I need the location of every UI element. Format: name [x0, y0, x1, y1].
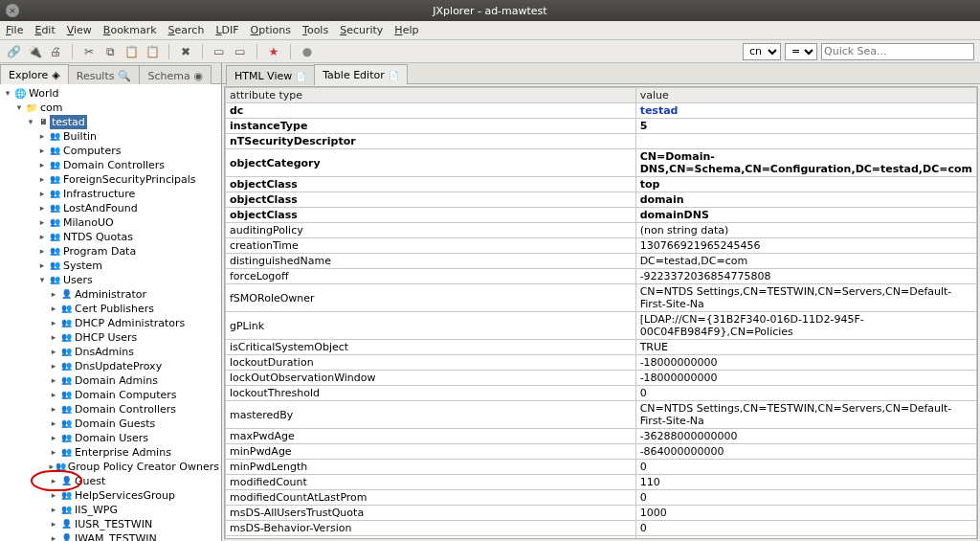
tab-results[interactable]: Results🔍: [68, 65, 141, 85]
tree-node[interactable]: ▸DnsUpdateProxy: [0, 359, 221, 373]
value-cell[interactable]: (non string data): [635, 223, 976, 238]
attr-cell[interactable]: creationTime: [226, 238, 636, 254]
attr-cell[interactable]: modifiedCountAtLastProm: [226, 490, 636, 506]
expand-handle[interactable]: ▸: [48, 417, 59, 431]
tree-node[interactable]: ▸System: [0, 259, 221, 273]
expand-handle[interactable]: ▸: [48, 402, 59, 417]
tree-node[interactable]: ▸Guest: [0, 474, 221, 488]
delete-icon[interactable]: ✖: [178, 44, 193, 59]
attr-cell[interactable]: msDS-AllUsersTrustQuota: [226, 506, 636, 521]
menu-options[interactable]: Options: [251, 24, 291, 36]
directory-tree[interactable]: ▾World▾com▾testad▸Builtin▸Computers▸Doma…: [0, 84, 221, 541]
quick-search-input[interactable]: [821, 43, 974, 60]
expand-handle[interactable]: ▸: [48, 373, 59, 388]
attr-cell[interactable]: maxPwdAge: [226, 429, 636, 444]
expand-handle[interactable]: ▸: [48, 503, 59, 517]
table-row[interactable]: isCriticalSystemObjectTRUE: [226, 340, 977, 355]
table-row[interactable]: gPLink[LDAP://CN={31B2F340-016D-11D2-945…: [226, 312, 977, 340]
value-cell[interactable]: 130766921965245456: [635, 238, 976, 254]
table-row[interactable]: ms-DS-MachineAccountQuota10: [226, 536, 977, 540]
attr-cell[interactable]: minPwdLength: [226, 460, 636, 475]
table-row[interactable]: modifiedCount110: [226, 475, 977, 490]
tree-node[interactable]: ▸LostAndFound: [0, 201, 221, 215]
value-cell[interactable]: 5: [635, 119, 976, 134]
attr-cell[interactable]: auditingPolicy: [226, 223, 636, 238]
attribute-table[interactable]: attribute type value dctestadinstanceTyp…: [224, 86, 978, 539]
menu-bookmark[interactable]: Bookmark: [103, 24, 157, 36]
copy-icon[interactable]: ⧉: [102, 44, 118, 59]
menu-search[interactable]: Search: [168, 24, 205, 36]
tree-node[interactable]: ▸ForeignSecurityPrincipals: [0, 172, 221, 187]
tree-node[interactable]: ▸HelpServicesGroup: [0, 488, 221, 503]
tree-node[interactable]: ▾World: [0, 86, 221, 101]
tab-explore[interactable]: Explore◈: [0, 64, 69, 84]
table-row[interactable]: msDS-AllUsersTrustQuota1000: [226, 506, 977, 521]
attr-cell[interactable]: dc: [226, 103, 636, 119]
tree-node[interactable]: ▸IIS_WPG: [0, 503, 221, 517]
table-row[interactable]: maxPwdAge-36288000000000: [226, 429, 977, 444]
attr-cell[interactable]: distinguishedName: [226, 254, 636, 269]
attr-cell[interactable]: minPwdAge: [226, 444, 636, 460]
column-header-value[interactable]: value: [635, 88, 976, 103]
table-row[interactable]: fSMORoleOwnerCN=NTDS Settings,CN=TESTWIN…: [226, 284, 977, 312]
tree-node[interactable]: ▾Users: [0, 273, 221, 287]
attr-cell[interactable]: objectClass: [226, 208, 636, 223]
tab-schema[interactable]: Schema◉: [139, 65, 212, 85]
tree-node[interactable]: ▸Domain Guests: [0, 417, 221, 431]
expand-handle[interactable]: ▸: [48, 345, 59, 359]
expand-handle[interactable]: ▸: [48, 316, 59, 330]
attr-cell[interactable]: objectCategory: [226, 149, 636, 177]
tab-table-editor[interactable]: Table Editor: [314, 64, 408, 84]
expand-handle[interactable]: ▸: [48, 531, 59, 541]
expand-handle[interactable]: ▸: [36, 230, 48, 244]
value-cell[interactable]: CN=Domain-DNS,CN=Schema,CN=Configuration…: [635, 149, 976, 177]
table-row[interactable]: msDS-Behavior-Version0: [226, 521, 977, 536]
menu-edit[interactable]: Edit: [34, 24, 55, 36]
new-entry-icon[interactable]: ▭: [212, 44, 227, 59]
value-cell[interactable]: domainDNS: [635, 208, 976, 223]
tree-node[interactable]: ▸DHCP Administrators: [0, 316, 221, 330]
paste-icon[interactable]: 📋: [123, 44, 139, 59]
tree-node[interactable]: ▾com: [0, 101, 221, 115]
expand-handle[interactable]: ▸: [48, 474, 59, 488]
value-cell[interactable]: [635, 134, 976, 149]
search-attribute-select[interactable]: cn: [743, 43, 781, 60]
tree-node[interactable]: ▸Group Policy Creator Owners: [0, 460, 221, 474]
expand-handle[interactable]: ▸: [36, 187, 48, 201]
value-cell[interactable]: [LDAP://CN={31B2F340-016D-11D2-945F-00C0…: [635, 312, 976, 340]
value-cell[interactable]: testad: [635, 103, 976, 119]
tree-node[interactable]: ▸Domain Users: [0, 431, 221, 445]
expand-handle[interactable]: ▸: [48, 488, 59, 503]
value-cell[interactable]: 0: [635, 521, 976, 536]
attr-cell[interactable]: lockOutObservationWindow: [226, 371, 636, 386]
menu-file[interactable]: File: [6, 24, 23, 36]
table-row[interactable]: instanceType5: [226, 119, 977, 134]
table-row[interactable]: forceLogoff-9223372036854775808: [226, 269, 977, 284]
bookmark-icon[interactable]: ★: [266, 44, 281, 59]
value-cell[interactable]: 0: [635, 386, 976, 401]
table-row[interactable]: objectClasstop: [226, 177, 977, 192]
value-cell[interactable]: -864000000000: [635, 444, 976, 460]
menu-security[interactable]: Security: [340, 24, 383, 36]
tree-node[interactable]: ▸Cert Publishers: [0, 302, 221, 316]
expand-handle[interactable]: ▸: [48, 330, 59, 345]
table-row[interactable]: objectCategoryCN=Domain-DNS,CN=Schema,CN…: [226, 149, 977, 177]
menu-help[interactable]: Help: [394, 24, 418, 36]
tree-node[interactable]: ▸Program Data: [0, 244, 221, 259]
table-row[interactable]: distinguishedNameDC=testad,DC=com: [226, 254, 977, 269]
expand-handle[interactable]: ▸: [48, 388, 59, 402]
expand-handle[interactable]: ▸: [48, 517, 59, 531]
expand-handle[interactable]: ▸: [36, 144, 48, 158]
expand-handle[interactable]: ▸: [36, 172, 48, 187]
expand-handle[interactable]: ▸: [36, 201, 48, 215]
attr-cell[interactable]: forceLogoff: [226, 269, 636, 284]
column-header-attribute[interactable]: attribute type: [226, 88, 636, 103]
paste-alias-icon[interactable]: 📋: [145, 44, 160, 59]
refresh-icon[interactable]: ●: [300, 44, 315, 59]
expand-handle[interactable]: ▾: [36, 273, 48, 287]
tree-node[interactable]: ▸NTDS Quotas: [0, 230, 221, 244]
value-cell[interactable]: 0: [635, 490, 976, 506]
disconnect-icon[interactable]: 🔌: [27, 44, 42, 59]
tree-node[interactable]: ▸Administrator: [0, 287, 221, 302]
menu-view[interactable]: View: [67, 24, 92, 36]
